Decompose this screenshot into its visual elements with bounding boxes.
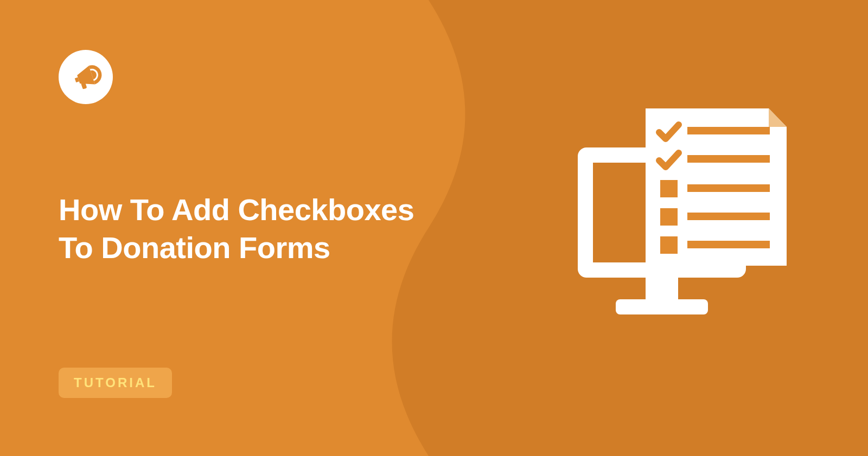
- title-line-2: To Donation Forms: [59, 230, 330, 265]
- svg-rect-12: [660, 208, 678, 226]
- megaphone-icon: [69, 61, 102, 93]
- checklist-monitor-icon: [567, 104, 795, 332]
- svg-rect-10: [660, 180, 678, 197]
- page-title: How To Add Checkboxes To Donation Forms: [59, 191, 414, 267]
- title-line-1: How To Add Checkboxes: [59, 192, 414, 227]
- svg-rect-4: [616, 299, 708, 314]
- svg-rect-14: [660, 236, 678, 254]
- category-badge: TUTORIAL: [59, 368, 172, 398]
- svg-rect-3: [646, 278, 678, 301]
- brand-logo: [59, 50, 113, 104]
- badge-label: TUTORIAL: [74, 375, 157, 390]
- svg-rect-11: [687, 184, 770, 192]
- svg-rect-13: [687, 213, 770, 220]
- svg-rect-8: [687, 127, 770, 134]
- svg-rect-15: [687, 241, 770, 248]
- svg-rect-9: [687, 155, 770, 163]
